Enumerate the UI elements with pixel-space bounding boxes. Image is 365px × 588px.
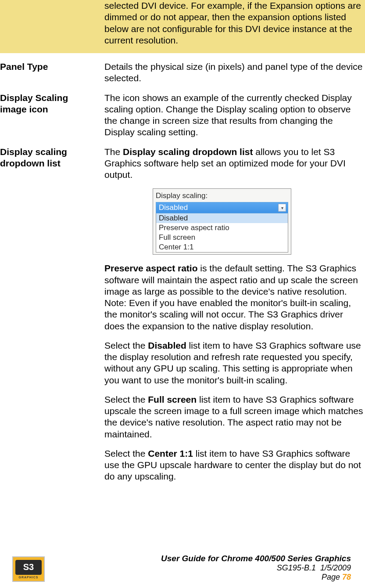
scaling-icon-label: Display Scaling image icon [0, 92, 104, 115]
scaling-icon-row: Display Scaling image icon The icon show… [0, 92, 365, 138]
highlight-note-text: selected DVI device. For example, if the… [104, 0, 365, 46]
intro-bold: Display scaling dropdown list [123, 147, 253, 157]
full-bold: Full screen [148, 394, 197, 404]
dropdown-figure: Display scaling: Disabled ▾ Disabled Pre… [153, 188, 291, 255]
scaling-dropdown-label-line1: Display scaling [0, 147, 67, 157]
disabled-bold: Disabled [148, 340, 186, 350]
scaling-icon-desc: The icon shows an example of the current… [104, 92, 365, 138]
highlight-desc-cell: selected DVI device. For example, if the… [104, 0, 365, 53]
full-pre: Select the [104, 394, 148, 404]
highlight-note-row: selected DVI device. For example, if the… [0, 0, 365, 53]
scaling-dropdown-row: Display scaling dropdown list The Displa… [0, 146, 365, 483]
dropdown-selected-value: Disabled [159, 203, 188, 212]
page-footer: S3 GRAPHICS User Guide for Chrome 400/50… [0, 548, 365, 582]
page: selected DVI device. For example, if the… [0, 0, 365, 588]
disabled-para: Select the Disabled list item to have S3… [104, 340, 365, 386]
dropdown-option-center[interactable]: Center 1:1 [156, 242, 288, 252]
panel-type-label: Panel Type [0, 61, 104, 72]
chevron-down-icon: ▾ [278, 204, 286, 212]
s3-logo: S3 GRAPHICS [12, 556, 45, 582]
footer-page-label: Page [322, 573, 342, 581]
center-para: Select the Center 1:1 list item to have … [104, 448, 365, 483]
highlight-left-spacer [0, 0, 104, 53]
center-bold: Center 1:1 [148, 448, 193, 458]
scaling-icon-label-line2: image icon [0, 104, 48, 114]
disabled-pre: Select the [104, 340, 148, 350]
scaling-dropdown-intro: The Display scaling dropdown list allows… [104, 146, 365, 181]
scaling-icon-label-line1: Display Scaling [0, 93, 68, 103]
dropdown-figure-label: Display scaling: [156, 191, 288, 200]
center-pre: Select the [104, 448, 148, 458]
footer-title: User Guide for Chrome 400/500 Series Gra… [161, 554, 351, 563]
fullscreen-para: Select the Full screen list item to have… [104, 394, 365, 440]
dropdown-option-preserve[interactable]: Preserve aspect ratio [156, 223, 288, 233]
preserve-note: Note: Even if you have enabled the monit… [104, 297, 365, 332]
dropdown-list: Disabled Preserve aspect ratio Full scre… [156, 213, 288, 253]
footer-page: Page 78 [161, 573, 351, 582]
scaling-dropdown-label: Display scaling dropdown list [0, 146, 104, 170]
footer-text: User Guide for Chrome 400/500 Series Gra… [161, 554, 351, 582]
panel-type-row: Panel Type Details the physical size (in… [0, 61, 365, 84]
footer-docinfo: SG195-B.1 1/5/2009 [161, 563, 351, 573]
footer-page-number: 78 [342, 573, 351, 581]
s3-logo-text: S3 [15, 560, 42, 575]
footer-date: 1/5/2009 [320, 563, 351, 572]
dropdown-select[interactable]: Disabled ▾ [156, 202, 288, 213]
definition-table: selected DVI device. For example, if the… [0, 0, 365, 483]
scaling-dropdown-label-line2: dropdown list [0, 158, 61, 168]
dropdown-option-disabled[interactable]: Disabled [156, 213, 288, 223]
preserve-bold: Preserve aspect ratio [104, 263, 197, 273]
intro-part1: The [104, 147, 123, 157]
panel-type-desc: Details the physical size (in pixels) an… [104, 61, 365, 84]
s3-logo-tag: GRAPHICS [19, 576, 39, 579]
dropdown-option-full[interactable]: Full screen [156, 233, 288, 242]
preserve-aspect-para: Preserve aspect ratio is the default set… [104, 263, 365, 297]
footer-doc-id: SG195-B.1 [277, 563, 316, 572]
